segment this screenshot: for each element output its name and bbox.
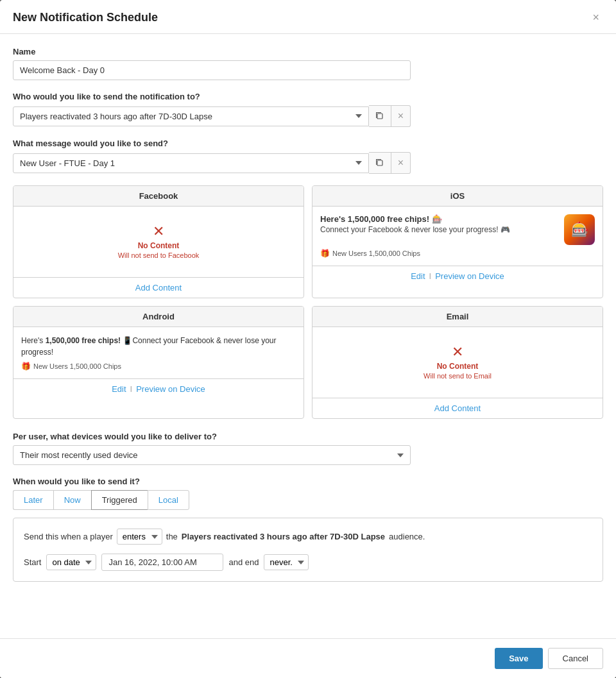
- ios-content: Here's 1,500,000 free chips! 🎰 Connect y…: [312, 207, 603, 266]
- message-select[interactable]: New User - FTUE - Day 1: [13, 153, 369, 173]
- audience-copy-button[interactable]: [369, 105, 391, 127]
- facebook-no-content-text: No Content: [138, 241, 180, 250]
- ios-card: iOS Here's 1,500,000 free chips! 🎰 Conne…: [312, 185, 603, 298]
- tab-triggered[interactable]: Triggered: [91, 490, 148, 510]
- message-select-row: New User - FTUE - Day 1 ×: [13, 152, 411, 174]
- message-clear-button[interactable]: ×: [391, 152, 411, 174]
- svg-rect-1: [377, 160, 382, 165]
- android-footer: Edit I Preview on Device: [13, 378, 304, 399]
- ios-text: Here's 1,500,000 free chips! 🎰 Connect y…: [320, 214, 558, 234]
- audience-select-row: Players reactivated 3 hours ago after 7D…: [13, 105, 411, 127]
- audience-field-group: Who would you like to send the notificat…: [13, 92, 603, 127]
- copy-icon: [375, 112, 384, 121]
- email-footer: Add Content: [312, 398, 603, 418]
- trigger-prefix: Send this when a player: [24, 532, 113, 541]
- trigger-suffix: audience.: [389, 532, 425, 541]
- trigger-condition-row: Send this when a player enters the Playe…: [24, 529, 592, 545]
- start-option-select[interactable]: on date: [46, 554, 96, 570]
- facebook-will-not-send: Will not send to Facebook: [118, 251, 200, 259]
- ios-body: Connect your Facebook & never lose your …: [320, 225, 558, 234]
- modal-footer: Save Cancel: [0, 638, 616, 678]
- facebook-add-content-button[interactable]: Add Content: [135, 283, 182, 292]
- trigger-audience-name: Players reactivated 3 hours ago after 7D…: [182, 532, 385, 541]
- trigger-box: Send this when a player enters the Playe…: [13, 518, 603, 582]
- email-no-content: ✕ No Content Will not send to Email: [320, 335, 595, 390]
- device-label: Per user, what devices would you like to…: [13, 432, 603, 441]
- android-promo-text: New Users 1,500,000 Chips: [33, 362, 121, 370]
- android-promo-icon: 🎁: [21, 362, 31, 371]
- android-preview-button[interactable]: Preview on Device: [136, 384, 205, 394]
- ios-promo-row: 🎁 New Users 1,500,000 Chips: [320, 249, 595, 258]
- email-x-icon: ✕: [452, 345, 463, 359]
- android-promo-row: 🎁 New Users 1,500,000 Chips: [21, 362, 296, 371]
- name-field-group: Name: [13, 47, 603, 80]
- close-button[interactable]: ×: [588, 10, 603, 24]
- trigger-middle: the: [166, 532, 178, 541]
- email-add-content-button[interactable]: Add Content: [434, 403, 481, 413]
- end-prefix: and end: [228, 557, 259, 567]
- facebook-content: ✕ No Content Will not send to Facebook: [13, 207, 304, 277]
- name-label: Name: [13, 47, 603, 56]
- svg-rect-0: [377, 114, 382, 119]
- save-button[interactable]: Save: [495, 648, 542, 669]
- tabs-row: Later Now Triggered Local: [13, 490, 603, 510]
- ios-edit-button[interactable]: Edit: [411, 271, 425, 281]
- ios-title: Here's 1,500,000 free chips! 🎰: [320, 214, 558, 224]
- platforms-grid: Facebook ✕ No Content Will not send to F…: [13, 185, 603, 419]
- ios-content-row: Here's 1,500,000 free chips! 🎰 Connect y…: [320, 214, 595, 245]
- android-content: Here's 1,500,000 free chips! 📱Connect yo…: [13, 327, 304, 378]
- start-date-input[interactable]: [101, 554, 223, 571]
- audience-clear-button[interactable]: ×: [391, 105, 411, 127]
- modal-container: New Notification Schedule × Name Who wou…: [0, 0, 616, 678]
- facebook-footer: Add Content: [13, 277, 304, 298]
- modal-title: New Notification Schedule: [13, 11, 158, 24]
- facebook-card: Facebook ✕ No Content Will not send to F…: [13, 185, 304, 298]
- message-field-group: What message would you like to send? New…: [13, 139, 603, 174]
- audience-select[interactable]: Players reactivated 3 hours ago after 7D…: [13, 106, 369, 126]
- audience-label: Who would you like to send the notificat…: [13, 92, 603, 101]
- ios-footer: Edit I Preview on Device: [312, 266, 603, 286]
- tab-local[interactable]: Local: [148, 490, 189, 510]
- ios-preview-button[interactable]: Preview on Device: [435, 271, 504, 281]
- android-card: Android Here's 1,500,000 free chips! 📱Co…: [13, 306, 304, 419]
- copy-icon-2: [375, 158, 384, 167]
- android-separator: I: [130, 384, 133, 394]
- email-header: Email: [312, 307, 603, 327]
- tab-now[interactable]: Now: [53, 490, 91, 510]
- end-option-select[interactable]: never.: [264, 554, 309, 570]
- modal-header: New Notification Schedule ×: [0, 0, 616, 34]
- message-copy-button[interactable]: [369, 152, 391, 174]
- ios-header: iOS: [312, 186, 603, 207]
- android-header: Android: [13, 307, 304, 327]
- android-edit-preview-row: Edit I Preview on Device: [21, 384, 296, 394]
- device-select[interactable]: Their most recently used device: [13, 445, 411, 465]
- facebook-x-icon: ✕: [153, 225, 164, 239]
- facebook-no-content: ✕ No Content Will not send to Facebook: [21, 214, 296, 269]
- email-content: ✕ No Content Will not send to Email: [312, 327, 603, 398]
- cancel-button[interactable]: Cancel: [548, 648, 603, 669]
- email-card: Email ✕ No Content Will not send to Emai…: [312, 306, 603, 419]
- name-input[interactable]: [13, 60, 411, 80]
- ios-edit-preview-row: Edit I Preview on Device: [320, 271, 595, 281]
- tab-later[interactable]: Later: [13, 490, 53, 510]
- email-will-not-send: Will not send to Email: [424, 372, 492, 380]
- trigger-action-select[interactable]: enters: [117, 529, 162, 545]
- ios-promo-text: New Users 1,500,000 Chips: [332, 250, 420, 257]
- android-body-text: Here's 1,500,000 free chips! 📱Connect yo…: [21, 335, 296, 358]
- ios-separator: I: [429, 271, 432, 281]
- ios-promo-icon: 🎁: [320, 249, 330, 258]
- start-label: Start: [24, 557, 41, 567]
- device-section: Per user, what devices would you like to…: [13, 432, 603, 465]
- modal-body: Name Who would you like to send the noti…: [0, 34, 616, 645]
- ios-thumbnail: 🎰: [564, 214, 595, 245]
- android-edit-button[interactable]: Edit: [112, 384, 126, 394]
- trigger-start-row: Start on date and end never.: [24, 554, 592, 571]
- android-bold-text: 1,500,000 free chips!: [46, 336, 121, 345]
- message-label: What message would you like to send?: [13, 139, 603, 148]
- facebook-header: Facebook: [13, 186, 304, 207]
- send-label: When would you like to send it?: [13, 477, 603, 486]
- email-no-content-text: No Content: [437, 362, 479, 371]
- send-section: When would you like to send it? Later No…: [13, 477, 603, 582]
